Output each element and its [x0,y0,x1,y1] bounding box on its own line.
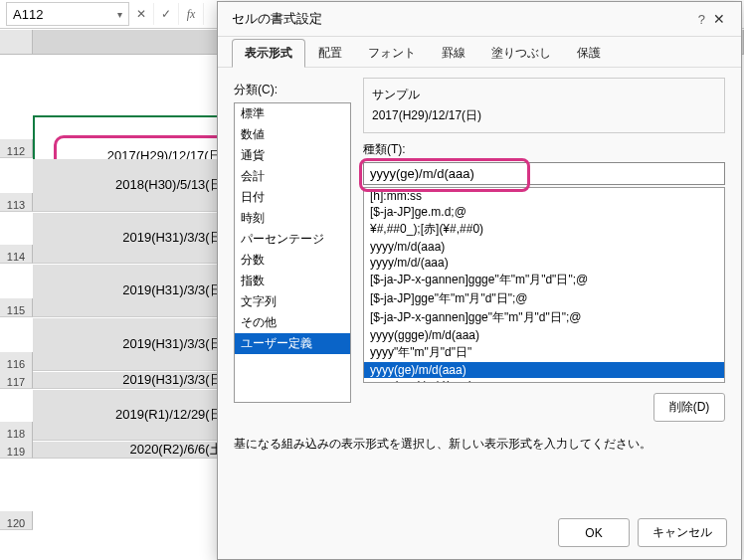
chevron-down-icon: ▾ [117,9,122,20]
sample-label: サンプル [372,87,716,103]
format-cells-dialog: セルの書式設定 ? ✕ 表示形式 配置 フォント 罫線 塗りつぶし 保護 分類(… [217,1,742,560]
row-header[interactable]: 113 [0,193,33,212]
sample-value: 2017(H29)/12/17(日) [372,107,716,124]
category-item[interactable]: 分数 [235,250,350,271]
cell[interactable]: 2019(H31)/3/3(日) [33,213,233,264]
tab-protection[interactable]: 保護 [564,39,614,67]
format-item[interactable]: [$-ja-JP-x-gannen]ggge"年"m"月"d"日";@ [364,271,724,289]
format-item[interactable]: [$-ja-JP]gge"年"m"月"d"日";@ [364,289,724,308]
format-item[interactable]: [$-ja-JP]ge.m.d;@ [364,204,724,220]
row-header[interactable]: 116 [0,352,33,371]
fx-icon[interactable]: fx [179,3,204,25]
category-item[interactable]: 標準 [235,103,350,124]
row-header[interactable]: 120 [0,511,33,530]
row-header[interactable]: 112 [0,139,33,158]
format-item[interactable]: yyyy/m/d(aaa) [364,239,724,255]
row-header[interactable]: 119 [0,440,33,459]
cell[interactable]: 2019(H31)/3/3(日) [33,318,233,371]
format-item[interactable]: yyyy(ge)/m/d(aaa) [364,362,724,378]
tab-number-format[interactable]: 表示形式 [232,39,305,68]
row-header[interactable]: 118 [0,422,33,441]
delete-button[interactable]: 削除(D) [653,393,725,422]
dialog-title: セルの書式設定 [232,10,322,28]
cell[interactable]: 2020(R2)/6/6(土) [33,442,233,459]
cell[interactable]: 2019(R1)/12/29(日) [33,390,233,441]
close-icon[interactable]: ✕ [705,7,733,31]
cell[interactable]: 2019(H31)/3/3(日) [33,265,233,317]
category-item[interactable]: ユーザー定義 [235,333,350,354]
help-icon[interactable]: ? [698,12,705,27]
category-item[interactable]: 時刻 [235,208,350,229]
category-label: 分類(C): [234,82,351,98]
row-header[interactable]: 117 [0,370,33,389]
format-item[interactable]: yyyy(ggge)/m/d(aaa) [364,327,724,343]
format-item[interactable]: yyyy/m/d/(aaa) [364,255,724,271]
category-item[interactable]: 会計 [235,166,350,187]
cell[interactable]: 2019(H31)/3/3(日) [33,372,233,389]
type-label: 種類(T): [363,141,725,158]
select-all-corner[interactable] [0,30,33,54]
category-listbox[interactable]: 標準数値通貨会計日付時刻パーセンテージ分数指数文字列その他ユーザー定義 [234,102,351,403]
category-item[interactable]: 数値 [235,124,350,145]
category-item[interactable]: その他 [235,312,350,333]
cell[interactable]: 2018(H30)/5/13(日) [33,159,233,212]
name-box[interactable]: A112 ▾ [6,2,129,26]
category-item[interactable]: 日付 [235,187,350,208]
tab-alignment[interactable]: 配置 [305,39,355,67]
sample-box: サンプル 2017(H29)/12/17(日) [363,78,725,133]
format-listbox[interactable]: [h]:mm:ss[$-ja-JP]ge.m.d;@¥#,##0_);[赤](¥… [363,187,725,383]
category-item[interactable]: 指数 [235,271,350,291]
row-header[interactable]: 115 [0,298,33,317]
tab-fill[interactable]: 塗りつぶし [478,39,564,67]
name-box-value: A112 [13,7,43,22]
cancel-button[interactable]: キャンセル [638,518,727,547]
ok-button[interactable]: OK [558,518,630,547]
dialog-tabs: 表示形式 配置 フォント 罫線 塗りつぶし 保護 [218,37,741,68]
format-item[interactable]: [$-ja-JP-x-gannen]gge"年"m"月"d"日";@ [364,308,724,327]
format-item[interactable]: [h]:mm:ss [364,188,724,204]
dialog-hint-text: 基になる組み込みの表示形式を選択し、新しい表示形式を入力してください。 [218,432,741,453]
tab-border[interactable]: 罫線 [429,39,478,67]
formula-cancel-icon[interactable]: ✕ [129,3,154,25]
type-input[interactable] [363,162,725,185]
category-item[interactable]: 文字列 [235,291,350,312]
format-item[interactable]: yyyy"年"m"月"d"日" [364,343,724,362]
row-header[interactable]: 114 [0,245,33,264]
tab-font[interactable]: フォント [355,39,429,67]
format-item[interactable]: yyyy(gge)/m/d(aaa) [364,378,724,383]
formula-commit-icon[interactable]: ✓ [154,3,179,25]
category-item[interactable]: 通貨 [235,145,350,166]
category-item[interactable]: パーセンテージ [235,229,350,250]
format-item[interactable]: ¥#,##0_);[赤](¥#,##0) [364,220,724,239]
